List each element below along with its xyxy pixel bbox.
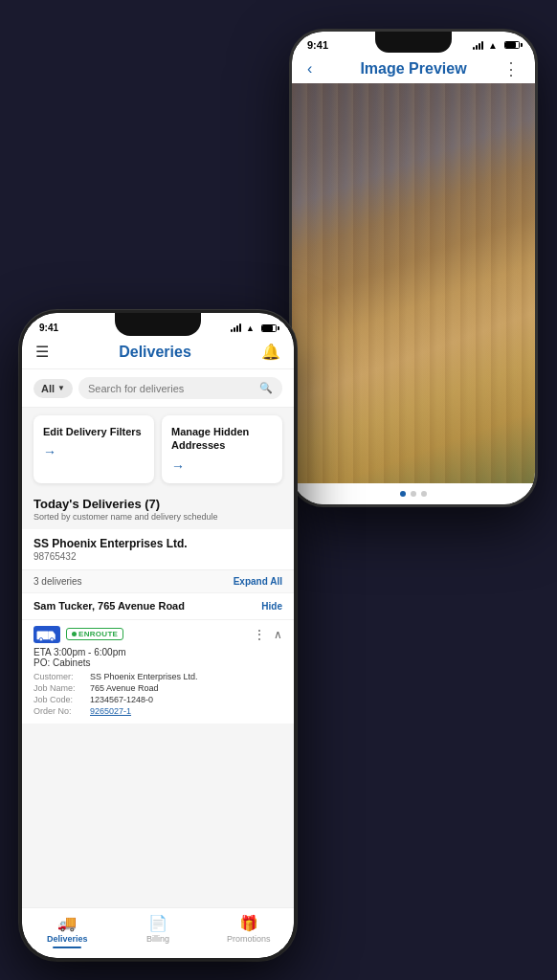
dot-3[interactable] [421,491,427,497]
delivery-po: PO: Cabinets [33,657,282,668]
company-name: SS Phoenix Enterprises Ltd. [33,537,282,550]
deliveries-count-title: Today's Deliveries (7) [33,497,282,511]
delivery-actions: ⋮ ∧ [253,627,282,642]
back-phone: 9:41 ▲ ‹ Image Preview ⋮ [289,29,538,507]
filter-label: All [41,383,55,394]
back-phone-time: 9:41 [307,39,328,51]
hide-button[interactable]: Hide [261,601,282,612]
manage-addresses-label: Manage Hidden Addresses [171,425,273,453]
front-phone-notch [115,313,201,336]
truck-icon [33,626,60,643]
app-header: ☰ Deliveries 🔔 [22,337,294,369]
notification-bell-icon[interactable]: 🔔 [261,343,280,361]
filter-dropdown-icon: ▼ [57,384,65,392]
nav-deliveries[interactable]: 🚚 Deliveries [22,914,113,948]
orderno-value[interactable]: 9265027-1 [90,706,282,716]
jobcode-label: Job Code: [33,695,86,704]
image-preview-area [292,83,535,483]
status-icons: ▲ [231,323,277,333]
orderno-label: Order No: [33,706,86,716]
billing-nav-label: Billing [146,934,169,944]
address-row: Sam Tucker, 765 Avenue Road Hide [22,592,294,619]
edit-filters-label: Edit Delivery Filters [43,425,145,438]
search-icon: 🔍 [259,382,273,394]
status-badge: ENROUTE [66,628,123,640]
customer-value: SS Phoenix Enterprises Ltd. [90,672,282,681]
delivery-address: Sam Tucker, 765 Avenue Road [33,599,185,613]
time-display: 9:41 [39,323,58,333]
back-button[interactable]: ‹ [307,60,312,78]
billing-nav-icon: 📄 [148,914,167,932]
delivery-item: ENROUTE ⋮ ∧ ETA 3:00pm - 6:00pm PO: Cabi… [22,619,294,724]
search-input-wrapper[interactable]: 🔍 [78,377,282,399]
detail-row-jobcode: Job Code: 1234567-1248-0 [33,695,282,704]
bottom-navigation: 🚚 Deliveries 📄 Billing 🎁 Promotions [22,907,294,958]
delivery-eta: ETA 3:00pm - 6:00pm [33,647,282,657]
delivery-count-text: 3 deliveries [33,576,82,587]
deliveries-sort-subtitle: Sorted by customer name and delivery sch… [33,512,282,522]
action-cards-row: Edit Delivery Filters → Manage Hidden Ad… [22,408,294,491]
image-dots [292,483,535,504]
promotions-nav-icon: 🎁 [239,914,258,932]
status-dot [72,632,77,636]
company-block: SS Phoenix Enterprises Ltd. 98765432 [22,529,294,569]
expand-all-button[interactable]: Expand All [234,576,282,587]
detail-row-orderno: Order No: 9265027-1 [33,706,282,716]
svg-point-2 [39,637,43,641]
dot-2[interactable] [411,491,416,497]
filter-pill[interactable]: All ▼ [33,379,73,398]
status-label: ENROUTE [78,630,118,638]
edit-filters-arrow-icon: → [43,444,145,459]
manage-addresses-arrow-icon: → [171,458,273,474]
jobname-label: Job Name: [33,683,86,693]
detail-row-customer: Customer: SS Phoenix Enterprises Ltd. [33,672,282,681]
detail-row-jobname: Job Name: 765 Avenue Road [33,683,282,693]
edit-delivery-filters-card[interactable]: Edit Delivery Filters → [33,415,154,483]
deliveries-nav-icon: 🚚 [57,914,77,932]
manage-hidden-addresses-card[interactable]: Manage Hidden Addresses → [162,415,282,483]
delivery-item-header: ENROUTE ⋮ ∧ [33,626,282,643]
image-preview-title: Image Preview [360,60,466,78]
company-id: 98765432 [33,551,282,562]
nav-billing[interactable]: 📄 Billing [113,914,204,948]
hamburger-icon[interactable]: ☰ [35,343,49,361]
customer-label: Customer: [33,672,86,681]
truck-status-wrapper: ENROUTE [33,626,123,643]
back-phone-notch [375,32,452,53]
delivery-detail-table: Customer: SS Phoenix Enterprises Ltd. Jo… [33,672,282,716]
jobcode-value: 1234567-1248-0 [90,695,282,704]
svg-point-3 [51,637,55,641]
deck-photo [292,83,535,483]
delivery-count-row: 3 deliveries Expand All [22,569,294,592]
jobname-value: 765 Avenue Road [90,683,282,693]
search-area: All ▼ 🔍 [22,369,294,408]
back-phone-status-icons: ▲ [473,39,520,51]
search-input[interactable] [88,383,255,394]
nav-promotions[interactable]: 🎁 Promotions [203,914,294,948]
deliveries-nav-label: Deliveries [47,934,88,944]
more-options-icon[interactable]: ⋮ [502,58,520,79]
collapse-icon[interactable]: ∧ [274,628,282,641]
back-phone-header: ‹ Image Preview ⋮ [292,55,535,83]
front-phone: 9:41 ▲ ☰ Deliveries 🔔 All ▼ [19,310,297,961]
deliveries-section-header: Today's Deliveries (7) Sorted by custome… [22,491,294,525]
dot-1[interactable] [400,491,406,497]
content-area: Edit Delivery Filters → Manage Hidden Ad… [22,408,294,958]
promotions-nav-label: Promotions [227,934,271,944]
active-tab-indicator [53,947,81,948]
more-options-icon[interactable]: ⋮ [253,627,266,642]
page-title: Deliveries [119,344,191,361]
